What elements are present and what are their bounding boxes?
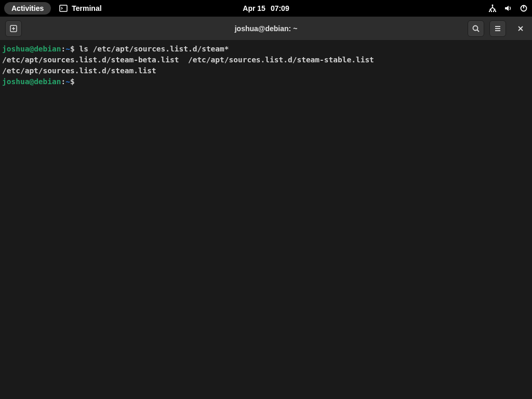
output-text: /etc/apt/sources.list.d/steam.list [2, 66, 156, 75]
prompt-host: debian [34, 77, 61, 86]
command-text: ls /etc/apt/sources.list.d/steam* [79, 45, 229, 53]
topbar-left: Activities Terminal [4, 2, 102, 15]
volume-icon[interactable] [504, 4, 512, 12]
svg-point-1 [492, 5, 494, 6]
topbar-clock[interactable]: Apr 15 07:09 [243, 4, 289, 12]
svg-point-5 [491, 11, 492, 12]
terminal-output-line: /etc/apt/sources.list.d/steam.list [2, 65, 530, 76]
new-tab-button[interactable] [5, 20, 22, 37]
svg-rect-0 [60, 5, 67, 11]
menu-button[interactable] [489, 20, 506, 37]
prompt-path: ~ [65, 45, 70, 53]
titlebar-left [4, 20, 22, 37]
topbar-right [488, 4, 528, 12]
prompt-user: joshua [2, 77, 29, 86]
terminal-prompt-line: joshua@debian:~$ [2, 76, 530, 87]
svg-point-3 [494, 9, 496, 10]
power-icon[interactable] [520, 4, 528, 12]
terminal-viewport[interactable]: joshua@debian:~$ ls /etc/apt/sources.lis… [0, 41, 532, 399]
topbar-app-label: Terminal [72, 4, 101, 12]
prompt-at: @ [29, 77, 34, 86]
output-text: /etc/apt/sources.list.d/steam-beta.list … [2, 56, 374, 64]
activities-button[interactable]: Activities [4, 2, 51, 15]
topbar-current-app[interactable]: Terminal [59, 4, 101, 12]
topbar-date: Apr 15 [243, 4, 265, 12]
svg-point-6 [493, 11, 494, 12]
gnome-topbar: Activities Terminal Apr 15 07:09 [0, 0, 532, 17]
svg-point-7 [495, 11, 496, 12]
window-title: joshua@debian: ~ [235, 24, 298, 33]
terminal-titlebar: joshua@debian: ~ [0, 17, 532, 41]
titlebar-right [467, 20, 528, 37]
prompt-user: joshua [2, 45, 29, 53]
terminal-prompt-line: joshua@debian:~$ ls /etc/apt/sources.lis… [2, 44, 530, 55]
prompt-host: debian [34, 45, 61, 53]
prompt-colon: : [61, 45, 66, 53]
prompt-at: @ [29, 45, 34, 53]
svg-point-4 [489, 11, 490, 12]
terminal-output-line: /etc/apt/sources.list.d/steam-beta.list … [2, 55, 530, 65]
network-icon[interactable] [488, 4, 497, 12]
svg-line-14 [477, 30, 480, 32]
prompt-path: ~ [65, 77, 70, 86]
prompt-colon: : [61, 77, 66, 86]
topbar-time: 07:09 [271, 4, 289, 12]
svg-point-2 [490, 9, 491, 10]
svg-point-13 [473, 25, 478, 30]
close-button[interactable] [513, 21, 528, 36]
terminal-icon [59, 4, 68, 12]
prompt-dollar: $ [70, 77, 79, 86]
search-button[interactable] [468, 20, 484, 37]
prompt-dollar: $ [70, 45, 79, 53]
